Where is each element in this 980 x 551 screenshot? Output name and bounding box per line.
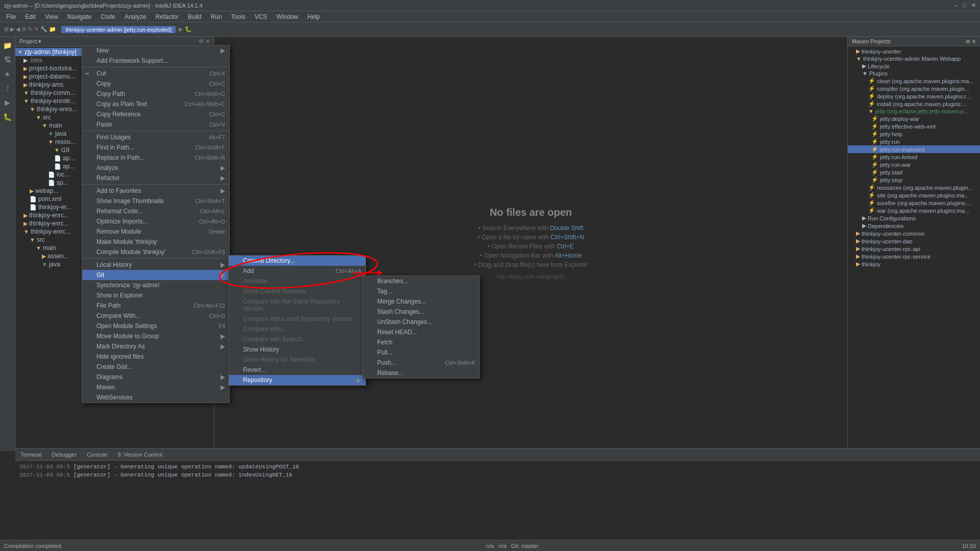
ctx-add[interactable]: AddCtrl+Alt+A [229,266,365,276]
ctx-separator-2 [82,131,229,131]
ctx-module-settings[interactable]: Open Module SettingsF4 [82,321,229,331]
ctx-new[interactable]: New▶ [82,45,229,56]
ctx-analyze[interactable]: Analyze▶ [82,163,229,173]
ctx-compare-branch[interactable]: Compare with Branch... [229,334,365,344]
ctx-mark-dir[interactable]: Mark Directory As▶ [82,341,229,352]
ctx-fetch[interactable]: Fetch [363,337,479,347]
ctx-revert[interactable]: Revert... [229,365,365,375]
ctx-repository[interactable]: Repository▶ [229,375,365,385]
context-menu-overlay: New▶ Add Framework Support... ✂CutCtrl+X… [0,0,980,551]
ctx-show-explorer[interactable]: Show in Explorer [82,290,229,300]
ctx-optimize[interactable]: Optimize Imports...Ctrl+Alt+O [82,216,229,227]
ctx-compare-latest[interactable]: Compare with Latest Repository Version [229,314,365,324]
ctx-copy-path[interactable]: Copy PathCtrl+Shift+C [82,89,229,99]
ctx-unstash[interactable]: UnStash Changes... [363,317,479,327]
ctx-compare-with[interactable]: Compare With...Ctrl+D [82,311,229,321]
ctx-pull[interactable]: Pull... [363,347,479,358]
ctx-stash[interactable]: Stash Changes... [363,307,479,317]
ctx-cut[interactable]: ✂CutCtrl+X [82,68,229,79]
ctx-reformat[interactable]: Reformat Code...Ctrl+Alt+L [82,206,229,216]
ctx-reset-head[interactable]: Reset HEAD... [363,327,479,337]
ctx-refactor[interactable]: Refactor▶ [82,173,229,183]
ctx-copy-plain[interactable]: Copy as Plain TextCtrl+Alt+Shift+C [82,99,229,109]
ctx-compare-with2[interactable]: Compare with... [229,324,365,334]
ctx-make-module[interactable]: Make Module 'thinkjoy' [82,237,229,247]
ctx-local-history[interactable]: Local History▶ [82,260,229,270]
ctx-synchronize[interactable]: Synchronize 'zjy-admin' [82,280,229,290]
ctx-webservices[interactable]: WebServices [82,392,229,403]
repository-submenu: Branches... Tag... Merge Changes... Stas… [362,276,480,379]
ctx-compare-same[interactable]: Compare with the Same Repository Version [229,296,365,314]
ctx-replace-path[interactable]: Replace in Path...Ctrl+Shift+R [82,153,229,163]
ctx-show-thumbnails[interactable]: Show Image ThumbnailsCtrl+Shift+T [82,196,229,206]
cut-icon: ✂ [85,71,89,77]
ctx-annotate[interactable]: Annotate [229,276,365,286]
ctx-merge[interactable]: Merge Changes... [363,296,479,307]
ctx-separator-4 [82,258,229,259]
ctx-hide-ignored[interactable]: Hide ignored files [82,352,229,362]
ctx-copy-ref[interactable]: Copy ReferenceCtrl+C [82,109,229,119]
ctx-paste[interactable]: PasteCtrl+V [82,119,229,130]
ctx-add-favorites[interactable]: Add to Favorites▶ [82,186,229,196]
ctx-add-framework[interactable]: Add Framework Support... [82,56,229,66]
ctx-find-usages[interactable]: Find UsagesAlt+F7 [82,132,229,142]
ctx-tag[interactable]: Tag... [363,286,479,296]
ctx-move-module[interactable]: Move Module to Group▶ [82,331,229,341]
ctx-file-path[interactable]: File PathCtrl+Alt+F12 [82,300,229,311]
svg-marker-2 [378,270,383,276]
ctx-rebase[interactable]: Rebase... [363,368,479,378]
ctx-diagrams[interactable]: Diagrams▶ [82,372,229,382]
ctx-git[interactable]: Git▶ [82,270,229,280]
ctx-create-gist[interactable]: Create Gist... [82,362,229,372]
ctx-branches[interactable]: Branches... [363,276,479,286]
ctx-find-path[interactable]: Find in Path...Ctrl+Shift+F [82,142,229,153]
ctx-show-current[interactable]: Show Current Revision [229,286,365,296]
ctx-separator-1 [82,67,229,67]
ctx-show-history[interactable]: Show History [229,344,365,355]
ctx-compile-module[interactable]: Compile Module 'thinkjoy'Ctrl+Shift+F9 [82,247,229,257]
ctx-show-history-sel[interactable]: Show History for Selection [229,355,365,365]
ctx-maven[interactable]: Maven▶ [82,382,229,392]
ctx-commit-directory[interactable]: Commit Directory... [229,256,365,266]
primary-context-menu: New▶ Add Framework Support... ✂CutCtrl+X… [82,45,230,403]
ctx-push[interactable]: Push...Ctrl+Shift+K [363,358,479,368]
ctx-copy[interactable]: CopyCtrl+C [82,79,229,89]
ctx-remove-module[interactable]: Remove ModuleDelete [82,227,229,237]
ctx-separator-3 [82,184,229,185]
git-submenu: Commit Directory... AddCtrl+Alt+A Annota… [228,255,366,386]
